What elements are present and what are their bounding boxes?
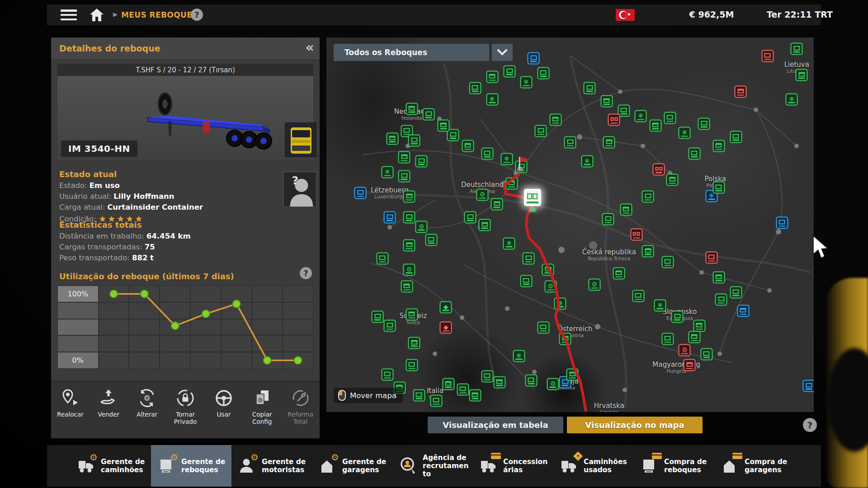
selected-trailer-marker[interactable] (524, 189, 541, 206)
table-view-button[interactable]: Visualização em tabela (428, 417, 563, 433)
trailer-marker-curtain[interactable] (549, 114, 561, 126)
trailer-marker-gear[interactable]: ⚙ (476, 189, 488, 201)
action-alterar[interactable]: ⚙ Alterar (128, 388, 166, 418)
trailer-marker-box[interactable] (803, 380, 814, 392)
trailer-marker-double[interactable] (630, 229, 642, 241)
trailer-marker-curtain[interactable] (649, 119, 661, 131)
trailer-marker-curtain[interactable] (406, 309, 418, 321)
nav-item-compra-de-reboques[interactable]: Compra de reboques (634, 445, 714, 487)
trailer-marker-box[interactable] (791, 42, 803, 55)
trailer-marker-curtain[interactable] (559, 333, 571, 345)
trailer-marker-double[interactable] (653, 163, 665, 175)
action-realocar[interactable]: Realocar (51, 388, 90, 418)
trailer-marker-box[interactable] (712, 181, 725, 193)
trailer-marker-box[interactable] (537, 67, 549, 79)
trailer-marker-curtain[interactable] (401, 281, 413, 293)
trailer-marker-gear[interactable]: ⚙ (403, 263, 415, 276)
nav-item-gerente-de-garagens[interactable]: ⚙ Gerente de garagens (312, 445, 392, 487)
trailer-marker-box[interactable] (730, 131, 742, 143)
trailer-marker-curtain[interactable] (406, 103, 418, 115)
trailer-marker-box[interactable] (354, 187, 367, 199)
trailer-marker-gear[interactable]: ⚙ (415, 221, 428, 233)
trailer-marker-box[interactable] (525, 374, 537, 386)
action-copiar-config[interactable]: ⚙ Copiar Config (243, 388, 281, 425)
trailer-marker-curtain[interactable] (486, 71, 498, 83)
action-vender[interactable]: Vender (90, 388, 128, 418)
trailer-marker-curtain[interactable] (737, 305, 749, 317)
trailer-marker-curtain[interactable] (666, 174, 679, 186)
trailer-marker-curtain[interactable] (505, 178, 518, 190)
home-icon[interactable] (90, 8, 104, 22)
trailer-marker-box[interactable] (384, 211, 396, 223)
trailer-marker-box[interactable] (457, 384, 469, 396)
trailer-marker-curtain[interactable] (566, 369, 579, 381)
trailer-marker-curtain[interactable] (600, 95, 613, 107)
trailer-marker-curtain[interactable] (398, 151, 410, 164)
trailer-marker-box[interactable] (584, 82, 596, 94)
trailer-marker-reefer[interactable]: ❄ (654, 299, 666, 311)
trailer-marker-curtain[interactable] (712, 140, 725, 152)
utilization-help-icon[interactable]: ? (300, 267, 312, 279)
trailer-marker-box[interactable] (403, 211, 415, 223)
trailer-marker-reefer[interactable]: ❄ (554, 297, 566, 310)
trailer-marker-box[interactable] (661, 256, 674, 268)
trailer-marker-box[interactable] (423, 108, 435, 120)
trailer-marker-box[interactable] (661, 333, 674, 345)
trailer-marker-curtain[interactable] (542, 263, 554, 276)
trailer-marker-curtain[interactable] (620, 204, 632, 216)
trailer-marker-box[interactable] (761, 50, 774, 62)
trailer-marker-curtain[interactable] (403, 191, 415, 203)
nav-item-gerente-de-caminhes[interactable]: ⚙ Gerente de caminhões (71, 445, 151, 487)
breadcrumb-help-icon[interactable]: ? (191, 9, 203, 21)
trailer-marker-reefer[interactable]: ❄ (581, 155, 593, 167)
trailer-marker-gear[interactable]: ⚙ (544, 281, 557, 293)
nav-item-gerente-de-motoristas[interactable]: ⚙ Gerente de motoristas (231, 445, 312, 487)
trailer-marker-curtain[interactable] (684, 359, 696, 371)
trailer-marker-box[interactable] (481, 371, 493, 383)
trailer-marker-gear[interactable]: ⚙ (679, 344, 691, 357)
trailer-marker-box[interactable] (376, 253, 388, 265)
trailer-marker-reefer[interactable]: ❄ (381, 166, 393, 178)
trailer-marker-curtain[interactable] (442, 378, 454, 390)
trailer-marker-drop[interactable]: ◆ (440, 322, 452, 334)
trailer-marker-curtain[interactable] (642, 245, 654, 257)
trailer-marker-box[interactable] (408, 134, 420, 146)
trailer-marker-box[interactable] (671, 310, 684, 323)
trailer-marker-box[interactable] (700, 348, 712, 360)
trailer-marker-curtain[interactable] (688, 331, 700, 343)
trailer-marker-curtain[interactable] (491, 198, 503, 210)
trailer-marker-reefer[interactable]: ❄ (513, 350, 525, 362)
trailer-marker-box[interactable] (705, 252, 717, 264)
nav-item-gerente-de-reboques[interactable]: ⚙ Gerente de reboques (151, 445, 231, 487)
trailer-marker-box[interactable] (632, 290, 644, 302)
trailer-marker-reefer[interactable]: ❄ (679, 127, 691, 139)
footer-help-icon[interactable]: ? (803, 418, 817, 432)
trailer-marker-box[interactable] (564, 136, 576, 149)
trailer-marker-curtain[interactable] (712, 271, 725, 283)
action-usar[interactable]: Usar (204, 388, 243, 418)
trailer-marker-curtain[interactable] (386, 132, 398, 145)
action-tornar-privado[interactable]: Tornar Privado (166, 388, 205, 425)
trailer-marker-box[interactable] (535, 125, 547, 137)
trailer-marker-box[interactable] (528, 52, 540, 64)
trailer-marker-box[interactable] (730, 286, 742, 298)
trailer-marker-box[interactable] (504, 65, 516, 77)
trailer-marker-box[interactable] (464, 211, 476, 223)
trailer-marker-box[interactable] (398, 170, 410, 182)
trailer-filter-dropdown[interactable]: Todos os Reboques (334, 44, 489, 61)
trailer-marker-curtain[interactable] (735, 86, 747, 98)
trailer-marker-box[interactable] (537, 322, 549, 334)
trailer-marker-curtain[interactable] (693, 320, 705, 332)
trailer-marker-box[interactable] (469, 82, 481, 94)
nav-item-compra-de-garagens[interactable]: Compra de garagens (714, 445, 795, 487)
trailer-marker-curtain[interactable] (796, 69, 808, 81)
trailer-marker-reefer[interactable]: ❄ (503, 237, 515, 249)
trailer-map[interactable]: NederlandHolandaDeutschlandAlemanhaLëtze… (326, 38, 814, 412)
nav-item-concessionrias[interactable]: Concessionárias (473, 445, 553, 487)
trailer-marker-reefer[interactable]: ❄ (486, 93, 498, 105)
trailer-marker-box[interactable] (698, 117, 710, 130)
trailer-marker-box[interactable] (602, 213, 614, 225)
trailer-marker-reefer[interactable]: ❄ (500, 153, 513, 165)
nav-item-caminhes-usados[interactable]: Caminhões usados (553, 445, 634, 487)
map-view-button[interactable]: Visualização no mapa (567, 417, 703, 433)
